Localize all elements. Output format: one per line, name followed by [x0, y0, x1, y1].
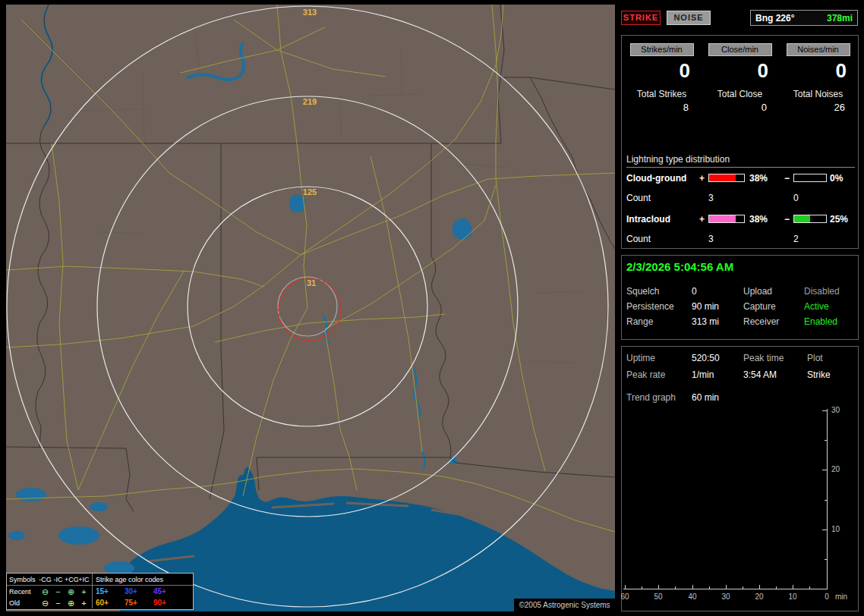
noises-per-min-value: 0 [779, 59, 857, 83]
legend-col-neg-ic: -IC [52, 576, 65, 583]
y-tick [822, 530, 827, 530]
strikes-per-min-chip[interactable]: Strikes/min [630, 43, 694, 56]
status-row: Range 313 mi Receiver Enabled [622, 316, 858, 327]
x-label-10: 10 [785, 592, 800, 601]
session-row: Uptime 520:50 Peak time Plot [622, 353, 858, 363]
ring-label-313: 313 [303, 8, 317, 17]
capture-label: Capture [743, 301, 776, 312]
bearing-readout: Bng 226° 378mi [750, 10, 858, 26]
x-tick-minor [743, 586, 743, 589]
x-label-30: 30 [718, 592, 733, 601]
legend-symbols-header: Symbols [7, 576, 39, 583]
ring-label-31: 31 [307, 278, 316, 288]
intracloud-row: Intracloud + 38% − 25% [622, 215, 858, 225]
ic-count-label: Count [626, 234, 651, 244]
rates-section: Strikes/min 0 Total Strikes 8 Close/min … [621, 35, 859, 249]
ic-negative-fill [794, 215, 810, 222]
copyright-text: ©2005 Astrogenic Systems [514, 599, 615, 611]
neg-ic-old-icon: − [52, 598, 65, 608]
y-label-30: 30 [831, 406, 850, 414]
receiver-status-section: 2/3/2026 5:04:56 AM Squelch 0 Upload Dis… [621, 255, 859, 340]
uptime-value: 520:50 [692, 353, 720, 363]
total-strikes-label: Total Strikes [623, 89, 701, 99]
peak-time-label: Peak time [743, 353, 784, 363]
x-label-60: 60 [617, 592, 632, 601]
total-strikes-value: 8 [623, 102, 701, 113]
x-tick [793, 585, 793, 589]
strike-indicator-button[interactable]: STRIKE [621, 11, 661, 25]
legend-col-pos-ic: +IC [77, 576, 90, 583]
minus-sign: − [784, 215, 790, 225]
upload-value: Disabled [804, 286, 840, 297]
x-unit-label: min [835, 592, 847, 601]
ic-positive-bar [708, 215, 745, 223]
x-label-50: 50 [651, 592, 666, 601]
age-30: 30+ [125, 587, 153, 596]
ic-negative-count: 2 [793, 234, 799, 244]
plot-label: Plot [807, 353, 823, 363]
noise-indicator-button[interactable]: NOISE [667, 11, 711, 25]
y-tick [822, 470, 827, 470]
range-value: 313 mi [692, 316, 719, 327]
legend-col-neg-cg: -CG [39, 576, 52, 583]
ic-positive-count: 3 [708, 234, 714, 244]
ic-negative-pct: 25% [830, 215, 848, 225]
cg-count-label: Count [626, 193, 651, 203]
y-tick-minor [825, 500, 827, 501]
pos-cg-old-icon: ⊕ [65, 598, 77, 608]
cg-count-row: Count 3 0 [622, 193, 858, 204]
x-tick-minor [809, 586, 810, 589]
strikes-per-min-value: 0 [623, 59, 701, 83]
neg-ic-recent-icon: − [52, 586, 65, 597]
session-section: Uptime 520:50 Peak time Plot Peak rate 1… [621, 346, 859, 611]
status-row: Persistence 90 min Capture Active [622, 301, 858, 312]
peak-time-value: 3:54 AM [743, 369, 777, 380]
x-tick [759, 585, 760, 589]
neg-cg-old-icon: ⊖ [39, 598, 52, 608]
uptime-label: Uptime [626, 353, 655, 363]
session-row: Trend graph 60 min [622, 392, 858, 403]
close-per-min-chip[interactable]: Close/min [708, 43, 772, 56]
distribution-header: Lightning type distribution [626, 154, 855, 168]
capture-value: Active [804, 301, 829, 312]
y-label-10: 10 [831, 525, 850, 533]
squelch-label: Squelch [626, 286, 659, 297]
noises-per-min-chip[interactable]: Noises/min [787, 43, 850, 56]
strikes-per-min-column: Strikes/min 0 Total Strikes 8 [623, 43, 701, 113]
y-label-20: 20 [831, 465, 850, 473]
upload-label: Upload [743, 286, 772, 297]
map-graphic: 313 219 125 31 [6, 5, 615, 611]
cg-positive-pct: 38% [749, 174, 768, 184]
pos-ic-recent-icon: + [77, 586, 90, 597]
pos-cg-recent-icon: ⊕ [65, 586, 77, 597]
x-tick-minor [675, 586, 676, 589]
plus-sign: + [699, 215, 705, 225]
close-per-min-value: 0 [701, 59, 779, 83]
cg-positive-count: 3 [708, 193, 714, 203]
trend-x-axis [623, 589, 828, 589]
cg-positive-bar [708, 174, 745, 182]
trend-graph: 30 20 10 60 50 40 30 20 10 0 min [622, 404, 858, 609]
x-label-20: 20 [752, 592, 767, 601]
intracloud-label: Intracloud [626, 215, 670, 225]
ic-count-row: Count 3 2 [622, 234, 858, 245]
ic-negative-bar [793, 215, 827, 223]
cg-negative-bar [793, 174, 827, 182]
noises-per-min-column: Noises/min 0 Total Noises 26 [779, 43, 857, 113]
neg-cg-recent-icon: ⊖ [39, 586, 52, 597]
total-close-label: Total Close [701, 89, 779, 99]
persistence-label: Persistence [626, 301, 674, 312]
age-45: 45+ [153, 587, 182, 596]
trend-y-axis [827, 409, 828, 589]
ring-label-125: 125 [303, 187, 317, 196]
legend-col-pos-cg: +CG [65, 576, 77, 583]
symbols-legend: Symbols -CG -IC +CG +IC Strike age color… [6, 573, 194, 610]
datetime-display: 2/3/2026 5:04:56 AM [626, 260, 733, 273]
x-label-0: 0 [819, 592, 834, 601]
x-tick [625, 585, 626, 589]
age-60: 60+ [96, 599, 125, 607]
trend-graph-label: Trend graph [626, 392, 676, 403]
x-tick-minor [709, 586, 710, 589]
x-tick [658, 585, 659, 589]
plot-value: Strike [807, 369, 831, 380]
